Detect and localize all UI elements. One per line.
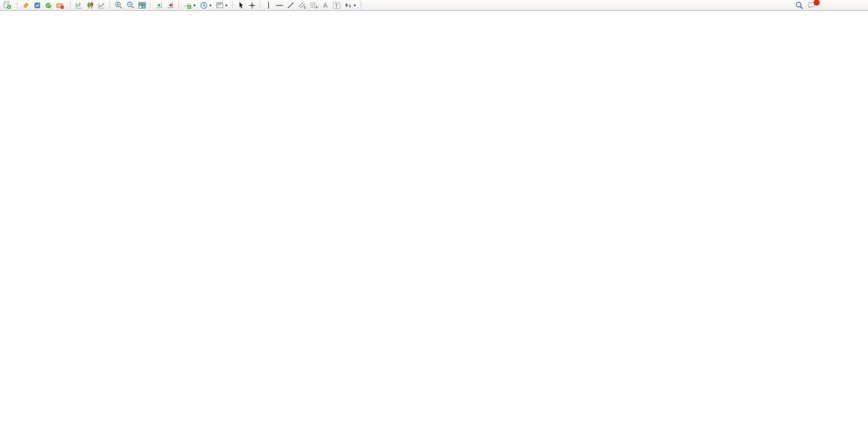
bar-chart-icon bbox=[75, 2, 83, 9]
timeframe-m30[interactable] bbox=[384, 4, 391, 7]
auto-scroll-button[interactable] bbox=[154, 1, 164, 10]
search-icon bbox=[795, 1, 804, 10]
equidistant-channel-icon: E bbox=[298, 2, 306, 9]
indicators-button[interactable]: ▼ bbox=[182, 1, 198, 10]
crosshair-button[interactable] bbox=[247, 1, 257, 10]
svg-text:F: F bbox=[316, 6, 318, 9]
chart-title bbox=[6, 14, 13, 20]
market-icon bbox=[33, 2, 41, 9]
chat-badge bbox=[814, 0, 820, 6]
new-order-button[interactable] bbox=[2, 1, 14, 10]
chart-shift-button[interactable] bbox=[165, 1, 176, 10]
market-button[interactable] bbox=[32, 1, 43, 10]
chevron-down-icon: ▼ bbox=[225, 4, 228, 7]
timeframe-m15[interactable] bbox=[378, 4, 384, 7]
horizontal-line-icon bbox=[275, 2, 283, 9]
separator bbox=[232, 2, 233, 9]
zoom-in-button[interactable] bbox=[113, 1, 124, 10]
auto-trading-icon bbox=[56, 2, 64, 9]
timeframe-h4[interactable] bbox=[398, 4, 404, 7]
trendline-icon bbox=[287, 2, 294, 9]
chart-canvas[interactable] bbox=[0, 0, 868, 441]
cursor-button[interactable] bbox=[236, 1, 246, 10]
fibonacci-icon: F bbox=[310, 2, 318, 9]
candlestick-chart-icon bbox=[86, 2, 94, 9]
text-label-button[interactable]: T bbox=[331, 1, 342, 10]
chat-button[interactable] bbox=[806, 1, 818, 10]
chart-shift-icon bbox=[167, 2, 174, 9]
periods-button[interactable]: ▼ bbox=[198, 1, 214, 10]
indicators-icon bbox=[183, 2, 192, 9]
line-chart-icon bbox=[98, 2, 105, 9]
zoom-in-icon bbox=[115, 1, 123, 9]
shapes-arrows-icon bbox=[344, 2, 352, 9]
chevron-down-icon: ▼ bbox=[209, 4, 212, 7]
shapes-button[interactable]: ▼ bbox=[343, 1, 358, 10]
line-chart-button[interactable] bbox=[96, 1, 107, 10]
new-order-icon bbox=[3, 1, 11, 9]
timeframe-h1[interactable] bbox=[391, 4, 397, 7]
timeframe-w1[interactable] bbox=[411, 4, 417, 7]
macd-indicator-label bbox=[5, 337, 10, 343]
trendline-button[interactable] bbox=[285, 1, 296, 10]
horizontal-line-button[interactable] bbox=[274, 1, 285, 10]
text-label-icon: T bbox=[333, 2, 341, 9]
crosshair-icon bbox=[248, 2, 256, 9]
text-button[interactable]: A bbox=[320, 1, 330, 10]
candlestick-chart-button[interactable] bbox=[85, 1, 96, 10]
templates-icon bbox=[216, 2, 224, 9]
separator bbox=[17, 2, 18, 9]
vertical-line-icon bbox=[265, 2, 272, 9]
bar-chart-button[interactable] bbox=[73, 1, 84, 10]
svg-text:A: A bbox=[323, 2, 327, 9]
templates-button[interactable]: ▼ bbox=[214, 1, 230, 10]
metaeditor-icon bbox=[22, 2, 30, 9]
tile-windows-button[interactable] bbox=[137, 1, 147, 10]
clock-icon bbox=[200, 2, 208, 9]
metaeditor-button[interactable] bbox=[21, 1, 31, 10]
auto-scroll-icon bbox=[155, 2, 163, 9]
timeframe-d1[interactable] bbox=[404, 4, 411, 7]
separator bbox=[361, 2, 362, 9]
chevron-down-icon: ▼ bbox=[353, 4, 357, 7]
toolbar: ▼ ▼ ▼ E F A T ▼ bbox=[0, 0, 868, 11]
separator bbox=[109, 2, 110, 9]
fibonacci-button[interactable]: F bbox=[308, 1, 320, 10]
timeframe-m5[interactable] bbox=[371, 4, 377, 7]
signal-icon bbox=[45, 2, 52, 9]
signal-button[interactable] bbox=[43, 1, 54, 10]
search-button[interactable] bbox=[793, 1, 805, 10]
auto-trading-button[interactable] bbox=[54, 1, 67, 10]
separator bbox=[178, 2, 179, 9]
zoom-out-button[interactable] bbox=[125, 1, 136, 10]
separator bbox=[260, 2, 261, 9]
svg-text:T: T bbox=[335, 3, 338, 8]
cursor-icon bbox=[237, 2, 245, 9]
zoom-out-icon bbox=[126, 1, 135, 9]
chevron-down-icon: ▼ bbox=[193, 4, 196, 7]
rsi-indicator-label bbox=[5, 385, 10, 391]
equidistant-channel-button[interactable]: E bbox=[297, 1, 308, 10]
vertical-line-button[interactable] bbox=[264, 1, 273, 10]
tile-windows-icon bbox=[138, 2, 146, 9]
timeframe-m1[interactable] bbox=[364, 4, 371, 7]
separator bbox=[150, 2, 151, 9]
timeframe-mn[interactable] bbox=[418, 4, 424, 7]
text-icon: A bbox=[322, 2, 329, 9]
svg-text:E: E bbox=[304, 6, 306, 9]
separator bbox=[70, 2, 71, 9]
